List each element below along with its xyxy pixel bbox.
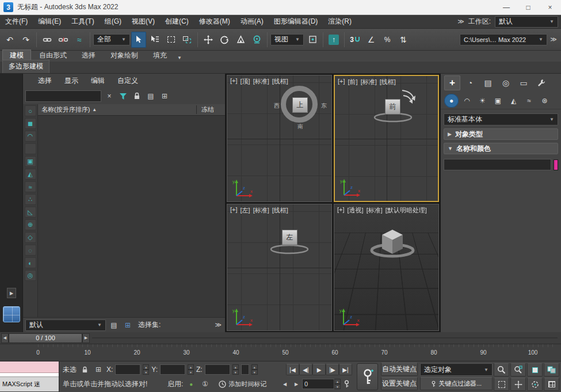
time-tag-button[interactable]: 添加时间标记 <box>219 380 266 389</box>
explorer-menu-display[interactable]: 显示 <box>59 76 84 86</box>
helpers-category-button[interactable]: ◭ <box>506 94 521 108</box>
select-and-link-button[interactable] <box>40 32 55 48</box>
pan-view-button[interactable] <box>510 378 526 391</box>
maximize-viewport-toggle-button[interactable] <box>544 378 559 391</box>
current-frame-input[interactable] <box>302 379 334 389</box>
info-indicator-button[interactable]: ① <box>199 378 211 390</box>
new-selection-set-button[interactable]: ⊞ <box>122 319 133 331</box>
grid-spacing-input[interactable] <box>241 364 249 375</box>
systems-category-button[interactable]: ⊛ <box>537 94 552 108</box>
close-button[interactable]: × <box>539 0 561 15</box>
go-to-end-button[interactable]: ▶| <box>339 364 352 375</box>
create-tab[interactable]: + <box>444 75 460 90</box>
viewport-left[interactable]: [+] [左] [标准] [线框] 左 y x z <box>227 204 332 331</box>
maximize-button[interactable]: □ <box>517 0 539 15</box>
display-shapes-button[interactable]: ◠ <box>25 131 36 142</box>
viewcube-face[interactable]: 上 <box>292 97 308 113</box>
explorer-preset-dropdown[interactable]: 默认 ▼ <box>25 319 106 331</box>
viewport-style-button[interactable]: [标准] <box>253 77 269 86</box>
name-column-header[interactable]: 名称(按升序排序) <box>41 105 90 114</box>
hierarchy-tab[interactable]: ▤ <box>480 75 496 90</box>
display-cameras-button[interactable]: ▣ <box>25 156 36 167</box>
workspace-dropdown[interactable]: 默认 ▼ <box>495 16 558 28</box>
select-and-move-button[interactable] <box>201 32 216 48</box>
viewport-style-button[interactable]: [标准] <box>367 206 383 215</box>
select-by-name-button[interactable] <box>147 32 162 48</box>
macro-recorder-line[interactable] <box>0 361 59 373</box>
explorer-menu-customize[interactable]: 自定义 <box>112 76 144 86</box>
next-frame-arrow-button[interactable]: ▶ <box>82 333 90 343</box>
clear-search-button[interactable]: × <box>104 90 115 102</box>
viewport-perspective[interactable]: [+] [透视] [标准] [默认明暗处理] y x z <box>334 204 439 331</box>
zoom-region-button[interactable] <box>494 378 509 391</box>
use-pivot-point-center-button[interactable] <box>305 32 320 48</box>
zoom-all-button[interactable] <box>510 363 526 376</box>
menu-graph-editors[interactable]: 图形编辑器(D) <box>269 17 323 26</box>
search-input[interactable] <box>25 90 101 102</box>
listener-line[interactable] <box>0 373 59 377</box>
selection-lock-toggle-button[interactable] <box>79 364 90 375</box>
ribbon-tab-selection[interactable]: 选择 <box>75 50 102 62</box>
display-geometry-button[interactable]: ◼ <box>25 118 36 129</box>
viewport-front[interactable]: [+] [前] [标准] [线框] 前 y x z <box>334 75 439 202</box>
object-category-dropdown[interactable]: 标准基本体 ▼ <box>444 113 558 125</box>
select-and-scale-button[interactable] <box>233 32 248 48</box>
next-frame-button[interactable]: |▶ <box>326 364 339 375</box>
explorer-hierarchy-mode-button[interactable]: ▤ <box>145 90 157 102</box>
toolbar-overflow-button[interactable]: ≫ <box>548 32 559 48</box>
viewport-shading-button[interactable]: [默认明暗处理] <box>386 206 427 215</box>
menu-animation[interactable]: 动画(A) <box>235 17 269 26</box>
motion-tab[interactable]: ◎ <box>498 75 514 90</box>
display-spacewarps-button[interactable]: ≈ <box>25 181 36 192</box>
object-name-input[interactable] <box>444 159 551 170</box>
undo-button[interactable]: ↶ <box>2 32 17 48</box>
zoom-extents-all-button[interactable] <box>544 363 559 376</box>
grid-spinner[interactable]: ▲▼ <box>251 364 258 375</box>
time-slider-track[interactable] <box>92 337 558 338</box>
set-keys-button[interactable] <box>357 363 378 390</box>
explorer-menu-select[interactable]: 选择 <box>32 76 58 86</box>
ribbon-panel-polygon-modeling[interactable]: 多边形建模 <box>2 60 49 73</box>
redo-button[interactable]: ↷ <box>18 32 33 48</box>
minimize-button[interactable]: — <box>495 0 517 15</box>
y-spinner[interactable]: ▲▼ <box>188 364 194 375</box>
object-color-swatch[interactable] <box>554 159 558 170</box>
percent-snap-toggle-button[interactable]: % <box>380 32 395 48</box>
previous-frame-button[interactable]: ◀| <box>299 364 312 375</box>
frame-spinner[interactable]: ▲▼ <box>334 379 341 389</box>
reference-coordinate-dropdown[interactable]: 视图 ▼ <box>270 34 304 45</box>
menu-tools[interactable]: 工具(T) <box>66 17 99 26</box>
viewport-shading-button[interactable]: [线框] <box>272 77 288 86</box>
viewcube[interactable]: 前 <box>371 86 423 124</box>
bind-to-space-warp-button[interactable]: ≈ <box>72 32 87 48</box>
viewport-name-button[interactable]: [顶] <box>241 77 250 86</box>
display-frozen-button[interactable]: ◇ <box>25 232 36 243</box>
display-materials-button[interactable]: ◐ <box>25 257 36 268</box>
name-and-color-rollout[interactable]: ▼ 名称和颜色 <box>444 143 558 154</box>
zoom-button[interactable] <box>494 363 509 376</box>
ribbon-tab-populate[interactable]: 填充 <box>146 50 174 62</box>
ribbon-minimize-button[interactable]: ▼ <box>175 54 184 62</box>
orbit-button[interactable] <box>527 378 543 391</box>
viewport-menu-button[interactable]: [+] <box>338 78 345 86</box>
green-dot-indicator-button[interactable]: ● <box>185 378 197 390</box>
viewport-shading-button[interactable]: [线框] <box>272 206 288 215</box>
modify-tab[interactable]: ◔ <box>462 75 478 90</box>
ribbon-tab-object-paint[interactable]: 对象绘制 <box>104 50 145 62</box>
explorer-rows-area[interactable] <box>38 116 225 317</box>
maxscript-mini-listener[interactable]: MAXScript 迷 <box>0 361 59 392</box>
select-object-button[interactable] <box>131 32 146 48</box>
snap-toggle-button[interactable]: 3 <box>348 32 362 48</box>
menu-rendering[interactable]: 渲染(R) <box>323 17 357 26</box>
project-folder-dropdown[interactable]: C:\Users\… Max 2022 ▼ <box>460 34 547 45</box>
compass-south[interactable]: 南 <box>297 123 303 131</box>
menu-create[interactable]: 创建(C) <box>160 17 194 26</box>
lock-explorer-button[interactable] <box>131 90 143 102</box>
x-coordinate-input[interactable] <box>115 364 140 375</box>
frame-forward-button[interactable]: ▶ <box>291 378 302 390</box>
freeze-column-header[interactable]: 冻结 <box>196 105 222 114</box>
display-helpers-button[interactable]: ◭ <box>25 169 36 180</box>
selection-filter-dropdown[interactable]: 全部 ▼ <box>93 34 130 45</box>
track-bar[interactable]: 0 10 20 30 40 50 60 70 80 90 100 <box>0 344 561 361</box>
lights-category-button[interactable]: ☀ <box>475 94 490 108</box>
